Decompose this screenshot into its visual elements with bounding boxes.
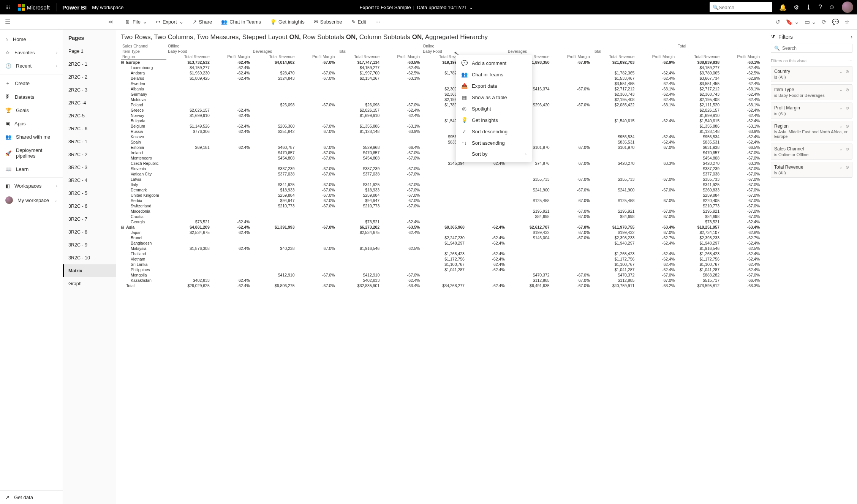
feedback-icon[interactable]: ☺ [829, 4, 835, 11]
row-label[interactable]: Moldova [121, 97, 166, 102]
context-menu-item[interactable]: ▦Show as a table [456, 92, 532, 103]
nav-favorites[interactable]: ☆Favorites› [0, 46, 63, 59]
filter-card[interactable]: Profit Margin⌄⊘is (All) [771, 103, 852, 118]
comment-icon[interactable]: 💬 [832, 19, 839, 25]
app-launcher-icon[interactable]: ⁝⁝⁝ [4, 3, 11, 11]
hdr-profit-margin[interactable]: Profit Margin [636, 54, 676, 60]
help-icon[interactable]: ? [819, 4, 822, 11]
hdr-profit-margin[interactable]: Profit Margin [381, 54, 421, 60]
nav-toggle-icon[interactable]: ☰ [5, 18, 10, 25]
data-updated-label[interactable]: Data updated 10/12/21 [417, 5, 467, 10]
chevron-right-icon[interactable]: › [851, 34, 852, 40]
nav-home[interactable]: ⌂Home [0, 33, 63, 46]
nav-apps[interactable]: ▣Apps [0, 117, 63, 130]
page-item[interactable]: 3R2C - 4 [63, 174, 116, 187]
row-label[interactable]: Sri Lanka [121, 262, 166, 267]
page-item[interactable]: 3R2C - 6 [63, 200, 116, 213]
group-label[interactable]: ⊟Asia [121, 224, 166, 230]
row-label[interactable]: Georgia [121, 219, 166, 224]
workspace-breadcrumb[interactable]: My workspace [92, 5, 123, 10]
row-label[interactable]: Malaysia [121, 246, 166, 251]
clear-filter-icon[interactable]: ⊘ [846, 69, 849, 74]
row-label[interactable]: Japan [121, 230, 166, 235]
hdr-total-revenue[interactable]: Total Revenue [251, 54, 296, 60]
nav-goals[interactable]: 🏆Goals [0, 104, 63, 117]
filters-search[interactable]: 🔍 [771, 44, 852, 53]
chevron-down-icon[interactable]: ⌄ [839, 106, 843, 111]
nav-pipelines[interactable]: 🚀Deployment pipelines [0, 144, 63, 163]
hdr-total-revenue[interactable]: Total Revenue [591, 54, 636, 60]
page-item[interactable]: Graph [63, 277, 116, 290]
filter-card[interactable]: Item Type⌄⊘is Baby Food or Beverages [771, 84, 852, 100]
notifications-icon[interactable]: 🔔 [779, 4, 787, 11]
hdr-total-revenue[interactable]: Total Revenue [166, 54, 211, 60]
chevron-down-icon[interactable]: ⌄ [839, 147, 843, 152]
page-item[interactable]: 3R2C - 5 [63, 187, 116, 200]
row-label[interactable]: Latvia [121, 177, 166, 182]
filter-card[interactable]: Region⌄⊘is Asia, Middle East and North A… [771, 121, 852, 141]
page-item[interactable]: 2R2C - 1 [63, 58, 116, 71]
row-label[interactable]: Serbia [121, 198, 166, 203]
nav-recent[interactable]: 🕒Recent› [0, 59, 63, 73]
page-item[interactable]: 3R2C - 8 [63, 226, 116, 239]
hdr-offline-beverages[interactable]: Beverages [251, 49, 337, 54]
page-item[interactable]: 3R2C - 3 [63, 161, 116, 174]
bookmark-icon[interactable]: 🔖 ⌄ [786, 19, 799, 25]
row-label[interactable]: Germany [121, 92, 166, 97]
row-label[interactable]: Mongolia [121, 272, 166, 278]
nav-shared[interactable]: 👥Shared with me [0, 130, 63, 144]
row-label[interactable]: Andorra [121, 70, 166, 76]
user-avatar[interactable] [842, 2, 853, 13]
download-icon[interactable]: ⭳ [806, 4, 812, 11]
page-item[interactable]: 3R2C - 1 [63, 135, 116, 148]
row-label[interactable]: Slovenia [121, 166, 166, 171]
page-item[interactable]: Page 1 [63, 45, 116, 58]
collapse-pages-icon[interactable]: ≪ [108, 19, 114, 25]
hdr-online[interactable]: Online [421, 43, 676, 49]
matrix-visual[interactable]: Sales ChannelOfflineOnlineTotalItem Type… [121, 43, 761, 500]
product-name[interactable]: Power BI [62, 4, 87, 11]
page-item[interactable]: 3R2C - 9 [63, 239, 116, 251]
nav-create[interactable]: ＋Create [0, 76, 63, 90]
page-item[interactable]: 2R2C-5 [63, 109, 116, 122]
favorite-star-icon[interactable]: ☆ [844, 19, 849, 25]
row-label[interactable]: Albania [121, 86, 166, 92]
clear-filter-icon[interactable]: ⊘ [846, 124, 849, 129]
context-menu-item[interactable]: 👥Chat in Teams [456, 69, 532, 80]
subscribe-button[interactable]: ✉Subscribe [310, 17, 346, 26]
row-label[interactable]: Spain [121, 139, 166, 145]
global-search-input[interactable] [719, 5, 783, 10]
nav-datasets[interactable]: 🗄Datasets [0, 90, 63, 104]
row-label[interactable]: Bangladesh [121, 240, 166, 246]
row-label[interactable]: Norway [121, 113, 166, 118]
ellipsis-icon[interactable]: ⋯ [848, 58, 852, 63]
nav-workspaces[interactable]: ◧Workspaces› [0, 179, 63, 193]
row-label[interactable]: Macedonia [121, 209, 166, 214]
nav-get-data[interactable]: ↗Get data [0, 490, 63, 504]
context-menu-item[interactable]: 📤Export data [456, 80, 532, 92]
share-button[interactable]: ↗Share [189, 17, 216, 26]
collapse-icon[interactable]: ⊟ [121, 225, 125, 229]
context-menu-item[interactable]: 💬Add a comment [456, 57, 532, 69]
nav-my-workspace[interactable]: My workspace⌄ [0, 193, 63, 208]
row-label[interactable]: Montenegro [121, 155, 166, 161]
context-menu-item[interactable]: ✓Sort descending [456, 126, 532, 137]
row-label[interactable]: Brunei [121, 235, 166, 240]
row-label[interactable]: Ireland [121, 150, 166, 155]
row-label[interactable]: United Kingdom [121, 193, 166, 198]
report-name[interactable]: Export to Excel Sample [360, 5, 411, 10]
clear-filter-icon[interactable]: ⊘ [846, 87, 849, 92]
edit-button[interactable]: ✎Edit [348, 17, 370, 26]
filter-card[interactable]: Sales Channel⌄⊘is Online or Offline [771, 144, 852, 160]
clear-filter-icon[interactable]: ⊘ [846, 165, 849, 170]
row-label[interactable]: Luxembourg [121, 65, 166, 70]
nav-learn[interactable]: 📖Learn [0, 163, 63, 176]
row-label[interactable]: Belarus [121, 76, 166, 81]
context-menu-item[interactable]: ◎Spotlight [456, 103, 532, 114]
hdr-online-total[interactable]: Total [591, 49, 677, 54]
view-icon[interactable]: ▭ ⌄ [805, 19, 816, 25]
settings-icon[interactable]: ⚙ [794, 4, 799, 11]
row-label[interactable]: Switzerland [121, 203, 166, 209]
hdr-total-revenue[interactable]: Total Revenue [676, 54, 721, 60]
chevron-down-icon[interactable]: ⌄ [839, 87, 843, 92]
